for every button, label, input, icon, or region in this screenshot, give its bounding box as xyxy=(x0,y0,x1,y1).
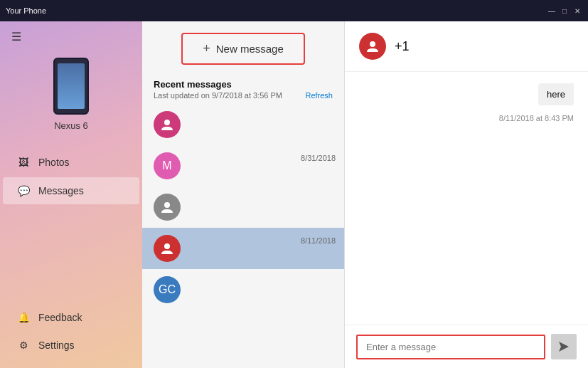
conv-date-2: 8/31/2018 xyxy=(301,154,336,162)
conversation-item-5[interactable]: GC xyxy=(142,269,344,310)
avatar-5: GC xyxy=(154,276,181,303)
app-title: Your Phone xyxy=(6,6,46,15)
app-container: ☰ Nexus 6 🖼 Photos 💬 Messages 🔔 Feedback xyxy=(0,21,588,368)
conversation-panel: +1 here 8/11/2018 at 8:43 PM xyxy=(345,21,588,368)
minimize-button[interactable]: — xyxy=(547,6,557,16)
message-bubble-1: here xyxy=(538,83,574,105)
sidebar-nav: 🖼 Photos 💬 Messages xyxy=(0,145,142,295)
recent-messages-title: Recent messages xyxy=(154,79,333,90)
contact-name: +1 xyxy=(395,39,410,54)
recent-subtitle: Last updated on 9/7/2018 at 3:56 PM Refr… xyxy=(154,91,333,100)
message-container-1: here xyxy=(359,83,574,105)
sidebar-item-settings[interactable]: ⚙ Settings xyxy=(3,332,139,359)
phone-image xyxy=(53,58,89,115)
close-button[interactable]: ✕ xyxy=(572,6,582,16)
conversation-item-3[interactable] xyxy=(142,186,344,228)
phone-screen xyxy=(58,63,85,109)
messages-icon: 💬 xyxy=(17,184,30,197)
messages-label: Messages xyxy=(38,185,84,196)
message-input[interactable] xyxy=(356,335,545,359)
sidebar-header: ☰ xyxy=(0,21,142,52)
recent-header: Recent messages Last updated on 9/7/2018… xyxy=(142,76,344,104)
new-message-button[interactable]: + New message xyxy=(181,33,305,65)
conversation-list: M 8/31/2018 8/11/2018 GC xyxy=(142,104,344,368)
messages-panel: + New message Recent messages Last updat… xyxy=(142,21,345,368)
window-controls: — □ ✕ xyxy=(547,6,582,16)
sidebar-item-messages[interactable]: 💬 Messages xyxy=(3,177,139,204)
photos-label: Photos xyxy=(38,157,70,168)
message-timestamp-1: 8/11/2018 at 8:43 PM xyxy=(359,114,574,122)
send-button[interactable] xyxy=(551,334,577,359)
device-name: Nexus 6 xyxy=(54,120,88,131)
message-text-1: here xyxy=(547,89,565,100)
avatar-2: M xyxy=(154,152,181,179)
maximize-button[interactable]: □ xyxy=(560,6,570,16)
last-updated-text: Last updated on 9/7/2018 at 3:56 PM xyxy=(154,91,282,100)
refresh-link[interactable]: Refresh xyxy=(305,91,333,100)
svg-marker-4 xyxy=(559,342,569,352)
svg-point-3 xyxy=(370,41,375,47)
avatar-3 xyxy=(154,194,181,221)
feedback-icon: 🔔 xyxy=(17,311,30,324)
new-message-label: New message xyxy=(216,43,284,55)
avatar-4 xyxy=(154,235,181,262)
conversation-header: +1 xyxy=(345,21,588,72)
photos-icon: 🖼 xyxy=(17,156,30,169)
device-section: Nexus 6 xyxy=(0,52,142,145)
avatar-1 xyxy=(154,111,181,138)
contact-avatar xyxy=(359,33,386,60)
svg-point-1 xyxy=(164,202,170,208)
messages-area: here 8/11/2018 at 8:43 PM xyxy=(345,72,588,325)
message-input-area xyxy=(345,325,588,368)
titlebar: Your Phone — □ ✕ xyxy=(0,0,588,21)
sidebar-item-photos[interactable]: 🖼 Photos xyxy=(3,149,139,176)
svg-point-2 xyxy=(164,243,170,249)
plus-icon: + xyxy=(203,41,210,56)
conv-date-4: 8/11/2018 xyxy=(301,236,336,245)
svg-point-0 xyxy=(164,120,170,125)
conversation-item-4[interactable]: 8/11/2018 xyxy=(142,228,344,269)
conversation-item-2[interactable]: M 8/31/2018 xyxy=(142,145,344,186)
feedback-label: Feedback xyxy=(38,312,82,323)
sidebar-bottom: 🔔 Feedback ⚙ Settings xyxy=(0,295,142,368)
settings-icon: ⚙ xyxy=(17,339,30,352)
settings-label: Settings xyxy=(38,340,75,351)
sidebar-item-feedback[interactable]: 🔔 Feedback xyxy=(3,304,139,331)
sidebar: ☰ Nexus 6 🖼 Photos 💬 Messages 🔔 Feedback xyxy=(0,21,142,368)
conversation-item-1[interactable] xyxy=(142,104,344,145)
hamburger-menu-icon[interactable]: ☰ xyxy=(11,30,21,43)
send-icon xyxy=(557,340,570,353)
